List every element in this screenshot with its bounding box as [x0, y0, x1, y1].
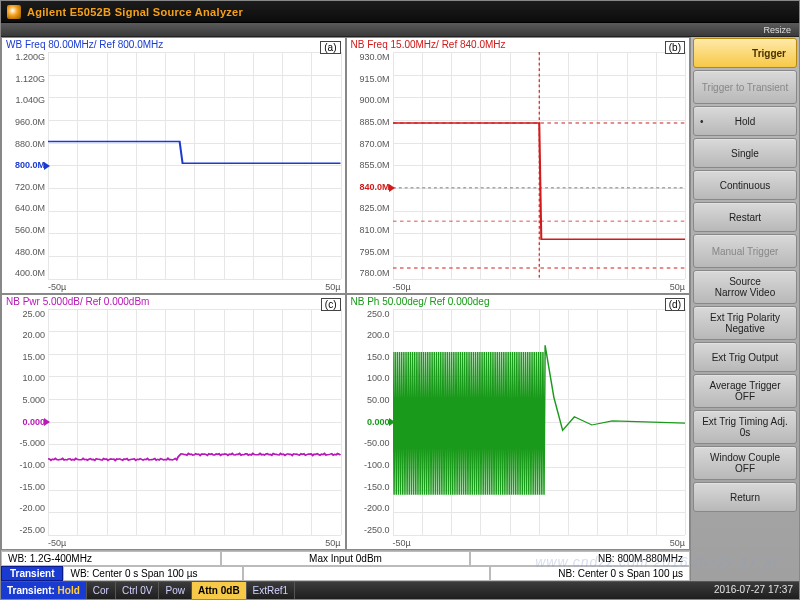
menu-restart[interactable]: Restart — [693, 202, 797, 232]
menu-ext-trig-output[interactable]: Ext Trig Output — [693, 342, 797, 372]
resize-strip[interactable]: Resize — [1, 23, 799, 37]
plot-header-d: NB Ph 50.00deg/ Ref 0.000deg — [347, 295, 494, 308]
status-pow: Pow — [159, 582, 191, 599]
plot-header-b: NB Freq 15.00MHz/ Ref 840.0MHz — [347, 38, 510, 51]
transient-badge[interactable]: Transient — [1, 566, 63, 581]
plot-b-nb-freq[interactable]: NB Freq 15.00MHz/ Ref 840.0MHz(b)930.0M9… — [346, 37, 691, 294]
menu-ext-trig-polarity[interactable]: Ext Trig PolarityNegative — [693, 306, 797, 340]
plot-a-wb-freq[interactable]: WB Freq 80.00MHz/ Ref 800.0MHz(a)1.200G1… — [1, 37, 346, 294]
menu-ext-trig-timing-adj[interactable]: Ext Trig Timing Adj.0s — [693, 410, 797, 444]
ref-marker-b — [389, 184, 395, 192]
menu-continuous[interactable]: Continuous — [693, 170, 797, 200]
plot-corner-d: (d) — [665, 298, 685, 311]
x-axis-labels-c: -50µ50µ — [48, 538, 341, 548]
menu-window-couple[interactable]: Window CoupleOFF — [693, 446, 797, 480]
status-transient-label: Transient: — [7, 585, 55, 596]
trace-c — [48, 309, 341, 536]
status-hold: Hold — [58, 585, 80, 596]
y-axis-labels-b: 930.0M915.0M900.0M885.0M870.0M855.0M840.… — [347, 52, 393, 279]
menu-source[interactable]: SourceNarrow Video — [693, 270, 797, 304]
status-spacer — [295, 582, 708, 599]
plot-d-nb-ph[interactable]: NB Ph 50.00deg/ Ref 0.000deg(d)250.0200.… — [346, 294, 691, 551]
y-axis-labels-a: 1.200G1.120G1.040G960.0M880.0M800.0M720.… — [2, 52, 48, 279]
plot-area: WB Freq 80.00MHz/ Ref 800.0MHz(a)1.200G1… — [1, 37, 691, 581]
ref-marker-a — [44, 162, 50, 170]
status-transient: Transient: Hold — [1, 582, 87, 599]
x-axis-labels-d: -50µ50µ — [393, 538, 686, 548]
menu-return[interactable]: Return — [693, 482, 797, 512]
titlebar: Agilent E5052B Signal Source Analyzer — [1, 1, 799, 23]
wb-range: WB: 1.2G-400MHz — [1, 551, 221, 566]
app-title: Agilent E5052B Signal Source Analyzer — [27, 6, 243, 18]
main-row: WB Freq 80.00MHz/ Ref 800.0MHz(a)1.200G1… — [1, 37, 799, 581]
app-window: Agilent E5052B Signal Source Analyzer Re… — [0, 0, 800, 600]
menu-manual-trigger[interactable]: Manual Trigger — [693, 234, 797, 268]
info-bar-2: Transient WB: Center 0 s Span 100 µs NB:… — [1, 566, 690, 581]
y-axis-labels-d: 250.0200.0150.0100.050.000.000-50.00-100… — [347, 309, 393, 536]
nb-center-span: NB: Center 0 s Span 100 µs — [490, 566, 690, 581]
nb-range: NB: 800M-880MHz — [470, 551, 690, 566]
plot-corner-a: (a) — [320, 41, 340, 54]
plot-corner-b: (b) — [665, 41, 685, 54]
status-attn-0db: Attn 0dB — [192, 582, 247, 599]
trace-b — [393, 52, 686, 279]
y-axis-labels-c: 25.0020.0015.0010.005.0000.000-5.000-10.… — [2, 309, 48, 536]
info-bar-spacer — [243, 566, 490, 581]
status-extref1: ExtRef1 — [247, 582, 296, 599]
info-bar-1: WB: 1.2G-400MHz Max Input 0dBm NB: 800M-… — [1, 550, 690, 566]
menu-hold[interactable]: Hold — [693, 106, 797, 136]
trace-a — [48, 52, 341, 279]
wb-center-span: WB: Center 0 s Span 100 µs — [63, 566, 243, 581]
ref-marker-d — [389, 418, 395, 426]
plot-c-nb-pwr[interactable]: NB Pwr 5.000dB/ Ref 0.000dBm(c)25.0020.0… — [1, 294, 346, 551]
plots-grid: WB Freq 80.00MHz/ Ref 800.0MHz(a)1.200G1… — [1, 37, 690, 550]
app-icon — [7, 5, 21, 19]
resize-label: Resize — [763, 25, 791, 35]
side-menu: TriggerTrigger to TransientHoldSingleCon… — [691, 37, 799, 581]
plot-corner-c: (c) — [321, 298, 341, 311]
plot-header-a: WB Freq 80.00MHz/ Ref 800.0MHz — [2, 38, 167, 51]
status-clock: 2016-07-27 17:37 — [708, 582, 799, 599]
menu-single[interactable]: Single — [693, 138, 797, 168]
x-axis-labels-a: -50µ50µ — [48, 282, 341, 292]
menu-average-trigger[interactable]: Average TriggerOFF — [693, 374, 797, 408]
plot-header-c: NB Pwr 5.000dB/ Ref 0.000dBm — [2, 295, 153, 308]
ref-marker-c — [44, 418, 50, 426]
x-axis-labels-b: -50µ50µ — [393, 282, 686, 292]
status-segments: CorCtrl 0VPowAttn 0dBExtRef1 — [87, 582, 295, 599]
trace-d — [393, 309, 686, 536]
menu-trigger[interactable]: Trigger — [693, 38, 797, 68]
max-input: Max Input 0dBm — [221, 551, 470, 566]
status-bar: Transient: Hold CorCtrl 0VPowAttn 0dBExt… — [1, 581, 799, 599]
status-ctrl-0v: Ctrl 0V — [116, 582, 160, 599]
status-cor: Cor — [87, 582, 116, 599]
menu-trigger-to-transient[interactable]: Trigger to Transient — [693, 70, 797, 104]
